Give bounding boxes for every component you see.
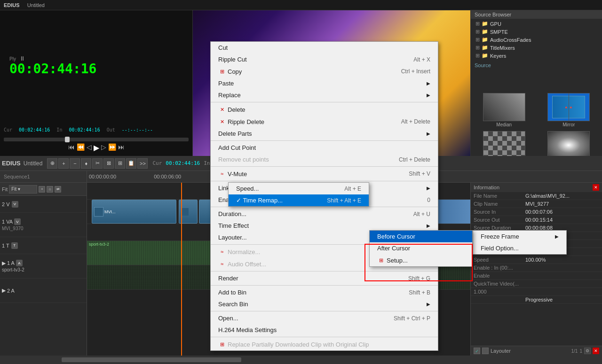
menu-remove-cut-points[interactable]: Remove cut points Ctrl + Delete [211, 154, 438, 165]
marker-btn[interactable]: ♦ [81, 158, 91, 169]
effect-median[interactable]: Median [473, 92, 536, 128]
copy-tl-btn[interactable]: ⊞ [115, 158, 125, 169]
menu-delete-label: Delete [228, 106, 246, 113]
replace-arrow: ▶ [427, 93, 430, 98]
next-btn[interactable]: ▷ [101, 143, 106, 152]
scrollbar-thumb[interactable] [62, 357, 241, 362]
field-option-item[interactable]: Field Option... [473, 242, 566, 254]
menu-open[interactable]: Open... Shift + Ctrl + P [211, 312, 438, 324]
menu-layouter-label: Layouter... [218, 234, 247, 241]
menu-duration[interactable]: Duration... Alt + U [211, 208, 438, 220]
track-label-2v: 2 V V [0, 196, 87, 213]
menu-copy-label: Copy [228, 68, 242, 75]
track-expand-2a[interactable]: ▶ [2, 287, 6, 294]
info-key-sourceout: Source Out [474, 217, 525, 223]
replace-clip-icon: ⊞ [218, 341, 226, 348]
menu-add-cut-point[interactable]: Add Cut Point [211, 142, 438, 154]
menu-ripple-delete[interactable]: ✕ Ripple Delete Alt + Delete [211, 116, 438, 128]
more-btn[interactable]: >> [137, 158, 148, 169]
info-key-speed: Speed [474, 257, 525, 263]
thumb-mirror: 🔺🔺 [547, 93, 590, 121]
clip-mvi-1[interactable]: MVI... [92, 200, 176, 224]
track-home-btn[interactable]: ⌂ [47, 186, 53, 193]
effect-mosaic[interactable]: Mosaic [473, 130, 536, 156]
play-btn[interactable]: ▶ [94, 143, 99, 152]
track-1a-clip: sport-tv3-2 [2, 267, 85, 272]
track-label-1t: 1 T T [0, 237, 87, 254]
source-tree-content: ⊞ 📁 GPU ⊞ 📁 SMPTE ⊞ 📁 AudioCrossFades [471, 19, 602, 61]
submenu-time-remap[interactable]: ✓ Time Remap... Shift + Alt + E [229, 194, 369, 206]
menu-replace-clip[interactable]: ⊞ Replace Partially Downloaded Clip with… [211, 338, 438, 350]
in-label: In [56, 127, 62, 132]
menu-delete[interactable]: ✕ Delete [211, 103, 438, 116]
new-seq-btn[interactable]: ⊕ [47, 158, 57, 169]
menu-replace[interactable]: Replace ▶ [211, 89, 438, 101]
menu-cut[interactable]: Cut [211, 42, 438, 54]
next-frame-btn[interactable]: ⏩ [108, 143, 116, 152]
app-container: EDIUS Untitled Ply ⏸ 00:02:44:16 ⏮ ⏪ ◁ ▶… [0, 0, 602, 364]
seq-tab-label[interactable]: Sequence1 [4, 174, 30, 179]
info-row-speed: Speed 100.00% [471, 256, 602, 264]
menu-copy[interactable]: ⊞ Copy Ctrl + Insert [211, 65, 438, 77]
sb-item-title[interactable]: ⊞ 📁 TitleMixers [472, 44, 601, 52]
layouter-close-btn[interactable]: ✕ [593, 348, 599, 354]
menu-render[interactable]: Render Shift + G [211, 272, 438, 284]
freeze-frame-item[interactable]: Freeze Frame ▶ [473, 231, 566, 242]
menu-add-to-bin[interactable]: Add to Bin Shift + B [211, 287, 438, 298]
source-browser-title: Source Browser [475, 12, 511, 17]
info-close-btn[interactable]: ✕ [593, 184, 599, 191]
sb-item-gpu[interactable]: ⊞ 📁 GPU [472, 20, 601, 28]
fit-dropdown[interactable]: Fit ▾ [9, 185, 37, 194]
menu-v-mute[interactable]: ≈ V-Mute Shift + V [211, 168, 438, 180]
submenu-speed-shortcut: Alt + E [344, 186, 361, 192]
menu-paste[interactable]: Paste ▶ [211, 77, 438, 89]
expand-icon-smpte: ⊞ [475, 29, 480, 35]
submenu-speed[interactable]: Speed... Alt + E [229, 183, 369, 194]
menu-search-bin[interactable]: Search Bin ▶ [211, 298, 438, 310]
end-btn[interactable]: ⏭ [118, 143, 125, 152]
track-2v-icon: V [12, 201, 18, 208]
horizontal-scrollbar[interactable] [2, 357, 600, 362]
cut-btn[interactable]: ✂ [92, 158, 103, 169]
submenu-freeze-frame: Freeze Frame ▶ Field Option... [473, 230, 567, 255]
track-1a-name: 1 A [7, 260, 15, 266]
sb-item-audio[interactable]: ⊞ 📁 AudioCrossFades [472, 36, 601, 44]
menu-open-label: Open... [218, 315, 238, 322]
layouter-settings-btn[interactable]: ⚙ [584, 348, 591, 354]
prev-frame-btn[interactable]: ⏪ [77, 143, 85, 152]
remove-track-btn[interactable]: − [70, 158, 80, 169]
add-track-btn[interactable]: + [58, 158, 69, 169]
track-add-btn[interactable]: + [39, 186, 45, 193]
in-tc: 00:02:44:16 [69, 127, 100, 132]
paste-tl-btn[interactable]: 📋 [126, 158, 136, 169]
track-label-1a: ▶ 1 A A sport-tv3-2 [0, 254, 87, 279]
playback-btn[interactable]: ⏮ [68, 143, 75, 152]
sb-item-smpte[interactable]: ⊞ 📁 SMPTE [472, 28, 601, 36]
track-sync-btn[interactable]: ⇄ [55, 186, 61, 193]
edius-header: EDIUS Untitled [0, 0, 602, 10]
effect-motion-blur[interactable]: Motion Blur [538, 130, 601, 156]
track-expand-1a[interactable]: ▶ [2, 260, 6, 266]
track-ctrl-bar: Fit Fit ▾ + ⌂ ⇄ [0, 183, 87, 196]
menu-h264[interactable]: H.264 Media Settings [211, 324, 438, 336]
menu-time-effect-label: Time Effect [218, 222, 249, 229]
effect-mirror[interactable]: 🔺🔺 Mirror [538, 92, 601, 128]
folder-icon-audio: 📁 [482, 37, 488, 43]
normalize-icon: ≈ [218, 248, 226, 256]
menu-delete-parts-label: Delete Parts [218, 130, 252, 137]
track-label-2a: ▶ 2 A [0, 279, 87, 303]
layouter-checkbox[interactable]: ✓ [474, 348, 480, 354]
sb-item-keyers[interactable]: ⊞ 📁 Keyers [472, 52, 601, 60]
audio-clip-label-1a: sport-tv3-2 [89, 242, 109, 247]
prev-btn[interactable]: ◁ [87, 143, 92, 152]
submenu-before-cursor-item[interactable]: Before Cursor [370, 231, 472, 242]
info-row-sourcein: Source In 00:00:07:06 [471, 208, 602, 216]
info-row-progressive: Progressive [471, 296, 602, 304]
submenu-setup[interactable]: ⊞ Setup... [370, 254, 472, 266]
submenu-after-cursor[interactable]: After Cursor [370, 242, 472, 254]
expand-icon: ⊞ [475, 21, 480, 27]
project-title: Untitled [24, 160, 43, 167]
menu-delete-parts[interactable]: Delete Parts ▶ [211, 128, 438, 139]
ripple-btn[interactable]: ⊠ [103, 158, 114, 169]
menu-ripple-cut[interactable]: Ripple Cut Alt + X [211, 54, 438, 65]
